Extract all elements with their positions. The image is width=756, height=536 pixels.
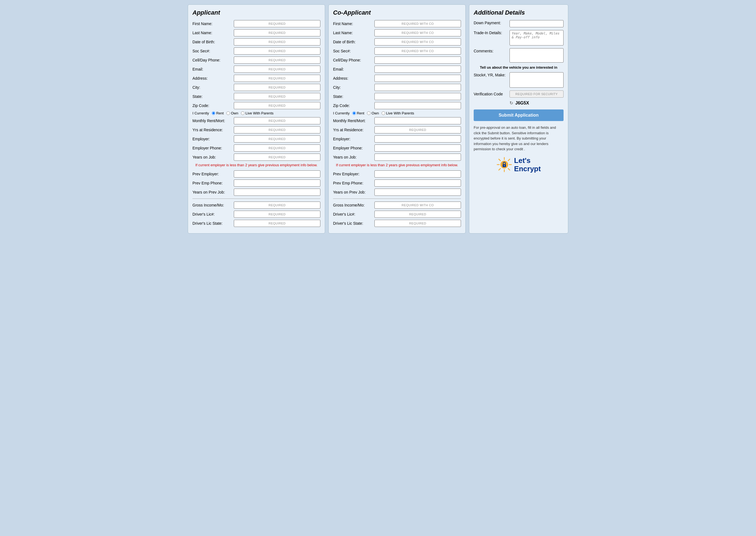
app-first-name-input[interactable] [234, 20, 320, 27]
co-address-row: Address: [333, 75, 461, 82]
stock-textarea[interactable] [509, 72, 564, 88]
app-last-name-input[interactable] [234, 29, 320, 36]
co-city-input[interactable] [375, 84, 461, 91]
verification-label: Verification Code [474, 92, 509, 96]
co-prev-years-input[interactable] [375, 188, 461, 196]
lets-encrypt-logo: Let's Encrypt [474, 156, 564, 173]
app-ssn-input[interactable] [234, 48, 320, 54]
co-prev-employer-label: Prev Employer: [333, 172, 375, 176]
comments-row: Comments: [474, 48, 564, 63]
app-years-job-row: Years on Job: [192, 153, 320, 161]
app-dl-state-input[interactable] [234, 220, 320, 227]
app-zip-input[interactable] [234, 102, 320, 109]
svg-line-6 [508, 159, 510, 161]
trade-in-row: Trade-In Details: [474, 30, 564, 46]
applicant-radio-rent[interactable]: Rent [212, 111, 224, 115]
co-years-job-input[interactable] [375, 153, 461, 161]
coapplicant-title: Co-Applicant [333, 9, 461, 16]
refresh-icon[interactable]: ↻ [509, 100, 513, 106]
app-yrs-residence-input[interactable] [234, 126, 320, 133]
co-gross-income-input[interactable] [375, 202, 461, 209]
co-dob-label: Date of Birth: [333, 40, 375, 44]
app-monthly-rent-input[interactable] [234, 117, 320, 124]
co-last-name-input[interactable] [375, 29, 461, 36]
app-last-name-row: Last Name: [192, 29, 320, 36]
applicant-prev-fields: Prev Employer:Prev Emp Phone:Years on Pr… [192, 170, 320, 196]
app-prev-years-row: Years on Prev Job: [192, 188, 320, 196]
app-last-name-label: Last Name: [192, 31, 234, 35]
co-first-name-input[interactable] [375, 20, 461, 27]
app-phone-label: Cell/Day Phone: [192, 58, 234, 62]
trade-in-textarea[interactable] [509, 30, 564, 46]
app-gross-income-input[interactable] [234, 202, 320, 209]
le-text-line2: Encrypt [514, 165, 541, 173]
co-monthly-rent-row: Monthly Rent/Mort: [333, 117, 461, 124]
app-email-input[interactable] [234, 66, 320, 73]
app-yrs-residence-label: Yrs at Residence: [192, 128, 234, 132]
co-dl-state-row: Driver's Lic State: [333, 220, 461, 227]
comments-textarea[interactable] [509, 48, 564, 63]
applicant-radio-livewith[interactable]: Live With Parents [241, 111, 274, 115]
svg-line-7 [499, 168, 500, 170]
svg-line-5 [508, 168, 510, 170]
applicant-radio-own[interactable]: Own [226, 111, 238, 115]
applicant-employment-fields: Monthly Rent/Mort:Yrs at Residence:Emplo… [192, 117, 320, 161]
app-prev-years-input[interactable] [234, 188, 320, 196]
co-first-name-row: First Name: [333, 20, 461, 27]
co-zip-input[interactable] [375, 102, 461, 109]
app-email-row: Email: [192, 66, 320, 73]
co-years-job-label: Years on Job: [333, 155, 375, 159]
co-prev-employer-input[interactable] [375, 170, 461, 178]
coapplicant-divider [333, 198, 461, 199]
co-email-input[interactable] [375, 66, 461, 73]
co-employer-input[interactable] [375, 135, 461, 143]
coapplicant-radio-own[interactable]: Own [367, 111, 379, 115]
co-state-input[interactable] [375, 93, 461, 100]
verification-input[interactable] [509, 90, 564, 98]
app-address-input[interactable] [234, 75, 320, 82]
app-employer-phone-input[interactable] [234, 145, 320, 151]
app-city-row: City: [192, 84, 320, 91]
applicant-employer-note: If current employer is less than 2 years… [192, 163, 320, 168]
co-dob-input[interactable] [375, 38, 461, 46]
co-address-input[interactable] [375, 75, 461, 82]
app-dl-state-label: Driver's Lic State: [192, 221, 234, 225]
app-state-input[interactable] [234, 93, 320, 100]
co-yrs-residence-input[interactable] [375, 126, 461, 133]
app-dob-label: Date of Birth: [192, 40, 234, 44]
applicant-basic-fields: First Name:Last Name:Date of Birth:Soc S… [192, 20, 320, 109]
app-address-label: Address: [192, 76, 234, 81]
co-monthly-rent-input[interactable] [375, 117, 461, 124]
co-prev-years-row: Years on Prev Job: [333, 188, 461, 196]
co-employer-phone-row: Employer Phone: [333, 145, 461, 151]
coapplicant-radio-livewith[interactable]: Live With Parents [381, 111, 414, 115]
co-zip-row: Zip Code: [333, 102, 461, 109]
app-dl-number-input[interactable] [234, 211, 320, 218]
app-dl-number-label: Driver's Lic#: [192, 212, 234, 217]
app-dob-input[interactable] [234, 38, 320, 46]
coapplicant-radio-rent[interactable]: Rent [352, 111, 364, 115]
app-phone-input[interactable] [234, 56, 320, 64]
app-employer-label: Employer: [192, 137, 234, 141]
co-dl-number-input[interactable] [375, 211, 461, 218]
app-years-job-input[interactable] [234, 153, 320, 161]
app-city-input[interactable] [234, 84, 320, 91]
co-ssn-label: Soc Sec#: [333, 49, 375, 53]
co-prev-employer-row: Prev Employer: [333, 170, 461, 178]
co-employer-phone-input[interactable] [375, 145, 461, 151]
co-phone-input[interactable] [375, 56, 461, 64]
app-prev-employer-input[interactable] [234, 170, 320, 178]
co-dl-state-label: Driver's Lic State: [333, 221, 375, 225]
app-employer-row: Employer: [192, 135, 320, 143]
app-employer-input[interactable] [234, 135, 320, 143]
app-state-row: State: [192, 93, 320, 100]
co-dl-state-input[interactable] [375, 220, 461, 227]
down-payment-input[interactable] [509, 20, 564, 27]
app-prev-emp-phone-input[interactable] [234, 180, 320, 187]
app-prev-employer-label: Prev Employer: [192, 172, 234, 176]
co-phone-row: Cell/Day Phone: [333, 56, 461, 64]
submit-button[interactable]: Submit Application [474, 110, 564, 121]
page-container: Applicant First Name:Last Name:Date of B… [188, 4, 568, 234]
co-ssn-input[interactable] [375, 48, 461, 54]
co-prev-emp-phone-input[interactable] [375, 180, 461, 187]
